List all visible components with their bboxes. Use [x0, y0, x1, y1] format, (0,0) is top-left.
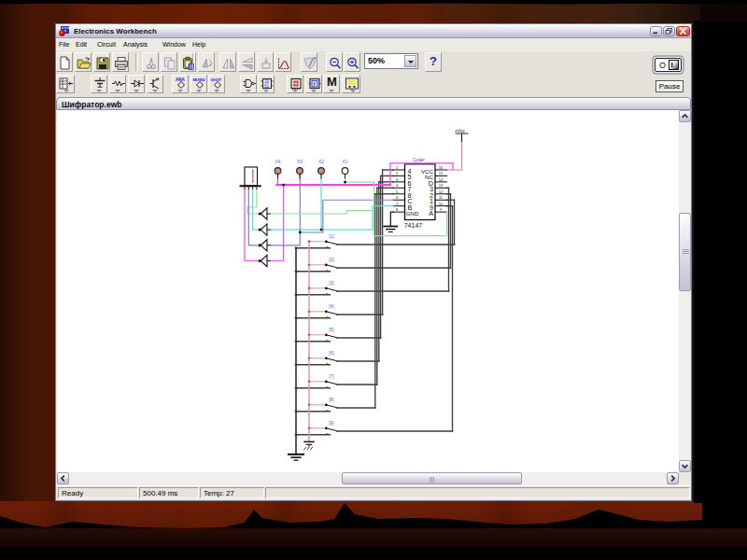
svg-text:ANA: ANA [176, 77, 185, 82]
svg-text:01: 01 [264, 84, 270, 89]
svg-text:f: f [313, 81, 316, 87]
svg-text:6: 6 [396, 195, 399, 200]
svg-text:GND: GND [406, 210, 419, 217]
svg-text:X1: X1 [343, 160, 348, 164]
svg-text:5: 5 [396, 189, 399, 194]
svg-text:+Vcc: +Vcc [455, 129, 465, 133]
svg-text:[4]: [4] [329, 304, 333, 309]
svg-text:[9]: [9] [329, 421, 333, 426]
svg-text:3: 3 [396, 177, 399, 182]
svg-text:7: 7 [396, 202, 399, 206]
svg-text:[7]: [7] [329, 374, 333, 379]
svg-text:A: A [429, 209, 433, 217]
svg-text:1: 1 [396, 165, 399, 170]
svg-text:[8]: [8] [329, 398, 333, 402]
svg-text:MIXED: MIXED [192, 77, 204, 82]
svg-text:13: 13 [439, 183, 444, 188]
svg-text:X3: X3 [297, 160, 303, 164]
svg-text:8: 8 [396, 207, 399, 212]
svg-text:15: 15 [439, 171, 444, 175]
svg-text:[3]: [3] [329, 281, 333, 286]
svg-text:2: 2 [396, 171, 399, 175]
svg-text:[2]: [2] [329, 258, 333, 262]
svg-text:11: 11 [439, 195, 444, 200]
svg-text:16: 16 [439, 165, 444, 170]
svg-text:[5]: [5] [329, 328, 333, 332]
svg-text:X4: X4 [275, 160, 281, 164]
svg-text:9: 9 [440, 207, 443, 212]
svg-text:X2: X2 [318, 160, 324, 164]
svg-text:12: 12 [439, 189, 444, 194]
svg-text:4: 4 [396, 183, 399, 188]
svg-text:DIGIT: DIGIT [211, 77, 222, 82]
svg-text:74147: 74147 [404, 222, 423, 229]
svg-text:Coder: Coder [413, 158, 425, 162]
svg-text:10: 10 [439, 202, 444, 206]
svg-text:[1]: [1] [329, 234, 333, 239]
svg-text:14: 14 [439, 177, 444, 182]
svg-text:[6]: [6] [329, 351, 333, 356]
